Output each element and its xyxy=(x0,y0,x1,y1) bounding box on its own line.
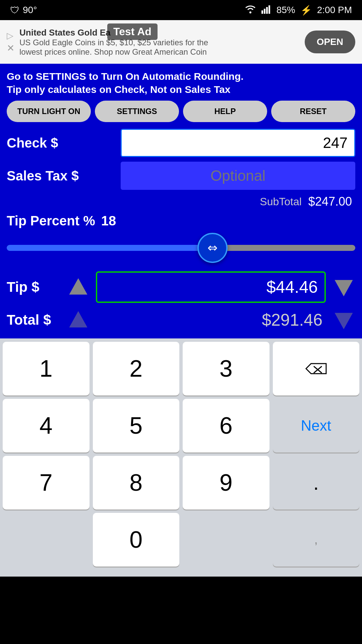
check-label: Check $ xyxy=(7,136,121,151)
ad-title: United States Gold Ea xyxy=(19,28,300,38)
tip-percent-label: Tip Percent % xyxy=(7,213,95,228)
key-4[interactable]: 4 xyxy=(3,399,89,452)
signal-icon xyxy=(261,4,272,16)
svg-rect-4 xyxy=(268,5,270,14)
notice-line1: Go to SETTINGS to Turn On Automatic Roun… xyxy=(7,70,355,83)
app-area: Go to SETTINGS to Turn On Automatic Roun… xyxy=(0,64,362,338)
keyboard-row-4: 0 , xyxy=(3,513,359,567)
key-2[interactable]: 2 xyxy=(93,342,180,395)
reset-button[interactable]: RESET xyxy=(271,101,355,122)
tip-increment-button[interactable] xyxy=(66,275,90,299)
subtotal-row: SubTotal $247.00 xyxy=(7,195,355,209)
total-row: Total $ $291.46 xyxy=(7,308,355,335)
ad-body1: US Gold Eagle Coins in $5, $10, $25 vari… xyxy=(19,38,300,47)
keyboard-row-2: 4 5 6 Next xyxy=(3,399,359,452)
sales-tax-label: Sales Tax $ xyxy=(7,168,121,183)
total-increment-button[interactable] xyxy=(66,308,90,332)
ad-body2: lowest prices online. Shop now Great Ame… xyxy=(19,47,300,57)
ad-play-icon: ▷ xyxy=(7,31,14,41)
ad-banner: ▷ ✕ United States Gold Ea US Gold Eagle … xyxy=(0,20,362,64)
total-value-display: $291.46 xyxy=(96,310,326,330)
svg-point-0 xyxy=(249,11,251,13)
notice-line2: Tip only calculates on Check, Not on Sal… xyxy=(7,83,355,96)
time-display: 2:00 PM xyxy=(317,5,352,15)
help-button[interactable]: HELP xyxy=(183,101,267,122)
tip-label: Tip $ xyxy=(7,279,60,295)
slider-arrows-icon: ⇔ xyxy=(207,241,218,255)
sales-tax-input[interactable] xyxy=(121,162,355,190)
settings-button[interactable]: SETTINGS xyxy=(95,101,179,122)
key-0[interactable]: 0 xyxy=(93,513,180,567)
notice-text: Go to SETTINGS to Turn On Automatic Roun… xyxy=(7,70,355,96)
svg-marker-7 xyxy=(69,311,87,327)
tip-percent-row: Tip Percent % 18 xyxy=(7,213,355,228)
battery-icon: ⚡ xyxy=(300,5,312,16)
slider-thumb[interactable]: ⇔ xyxy=(197,233,228,263)
key-8[interactable]: 8 xyxy=(93,456,180,509)
subtotal-label: SubTotal xyxy=(260,196,302,208)
ad-test-label: Test Ad xyxy=(107,23,158,40)
toolbar: TURN LIGHT ON SETTINGS HELP RESET xyxy=(7,101,355,122)
svg-rect-1 xyxy=(261,10,263,14)
shield-icon: 🛡 xyxy=(10,5,19,16)
tip-value-display: $44.46 xyxy=(96,271,326,303)
wifi-icon xyxy=(244,4,256,16)
key-backspace[interactable] xyxy=(273,342,360,395)
check-row: Check $ xyxy=(7,129,355,157)
keyboard: 1 2 3 4 5 6 Next 7 8 9 . 0 , xyxy=(0,338,362,577)
svg-marker-5 xyxy=(69,278,87,294)
svg-rect-3 xyxy=(266,7,268,14)
angle-display: 90° xyxy=(23,5,37,15)
sales-tax-row: Sales Tax $ xyxy=(7,162,355,190)
battery-text: 85% xyxy=(277,5,295,15)
subtotal-value: $247.00 xyxy=(308,195,352,209)
key-7[interactable]: 7 xyxy=(3,456,89,509)
keyboard-row-1: 1 2 3 xyxy=(3,342,359,395)
key-dot[interactable]: . xyxy=(273,456,360,509)
key-9[interactable]: 9 xyxy=(183,456,269,509)
key-empty-left xyxy=(3,513,89,567)
ad-close-icon[interactable]: ✕ xyxy=(7,43,14,54)
key-1[interactable]: 1 xyxy=(3,342,89,395)
key-5[interactable]: 5 xyxy=(93,399,180,452)
status-bar: 🛡 90° 85% ⚡ 2:00 PM xyxy=(0,0,362,20)
svg-marker-8 xyxy=(335,313,353,329)
check-input[interactable] xyxy=(121,129,355,157)
key-comma[interactable]: , xyxy=(273,513,360,567)
tip-percent-value: 18 xyxy=(101,213,116,228)
total-decrement-button[interactable] xyxy=(332,308,355,332)
tip-row: Tip $ $44.46 xyxy=(7,271,355,303)
tip-slider-container[interactable]: ⇔ xyxy=(7,234,355,261)
turn-light-on-button[interactable]: TURN LIGHT ON xyxy=(7,101,91,122)
key-next[interactable]: Next xyxy=(273,399,360,452)
key-empty-right xyxy=(183,513,269,567)
svg-marker-6 xyxy=(335,280,353,296)
keyboard-row-3: 7 8 9 . xyxy=(3,456,359,509)
slider-track xyxy=(7,245,355,251)
ad-open-button[interactable]: OPEN xyxy=(305,31,355,53)
key-3[interactable]: 3 xyxy=(183,342,269,395)
key-6[interactable]: 6 xyxy=(183,399,269,452)
total-label: Total $ xyxy=(7,312,60,328)
svg-rect-2 xyxy=(264,9,265,14)
tip-decrement-button[interactable] xyxy=(332,275,355,299)
